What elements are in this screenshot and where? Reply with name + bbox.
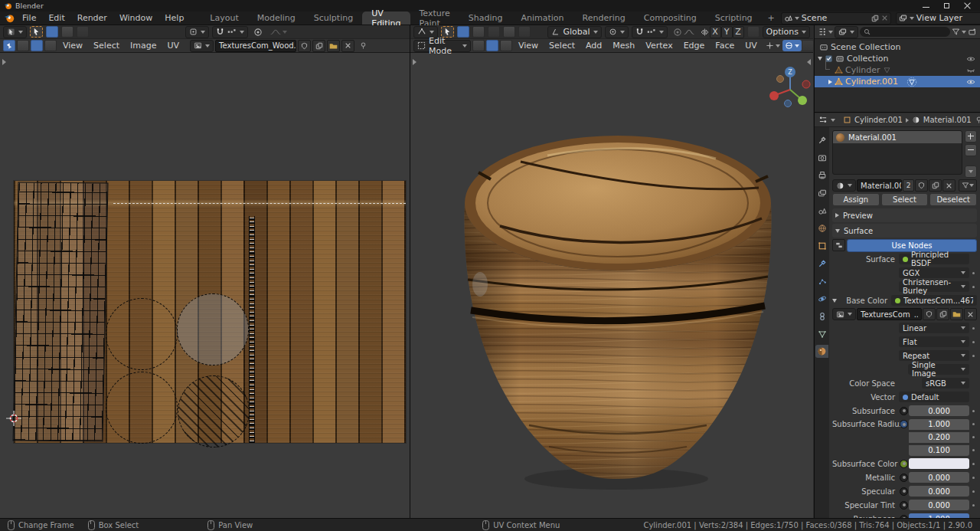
edge-select-icon[interactable]: [486, 40, 498, 51]
radius-z-field[interactable]: 0.100: [909, 445, 969, 456]
animate-decorator[interactable]: [972, 449, 975, 451]
barrel-object[interactable]: [456, 133, 777, 493]
outliner-row-collection[interactable]: Collection: [815, 53, 980, 64]
uv-island-circle-4[interactable]: [178, 375, 250, 447]
add-slot-button[interactable]: [965, 130, 977, 143]
view-layer-selector[interactable]: View Layer: [896, 12, 980, 25]
new-scene-icon[interactable]: [871, 15, 879, 22]
uv-edge-select-icon[interactable]: [31, 40, 43, 51]
view3d-menu-uv[interactable]: UV: [740, 41, 762, 51]
duplicate-material-icon[interactable]: [929, 179, 942, 192]
uv-pivot-dropdown[interactable]: [185, 26, 209, 38]
transform-orientation-dropdown[interactable]: Global: [547, 26, 601, 38]
surface-shader-field[interactable]: Principled BSDF: [899, 254, 969, 264]
show-overlays-dropdown[interactable]: [782, 40, 802, 51]
input-socket[interactable]: [899, 407, 909, 415]
gizmo-x-axis[interactable]: [769, 91, 779, 100]
uv-island-circle-3[interactable]: [106, 372, 178, 444]
animate-decorator[interactable]: [972, 355, 975, 357]
material-slot-list[interactable]: Material.001: [832, 130, 962, 175]
material-users-count[interactable]: 2: [903, 179, 914, 192]
tab-object-data[interactable]: [815, 327, 828, 340]
uv-menu-image[interactable]: Image: [126, 41, 161, 51]
disclosure-expanded-icon[interactable]: [818, 57, 822, 61]
pin-icon[interactable]: [975, 116, 980, 124]
view3d-menu-add[interactable]: Add: [581, 41, 606, 51]
animate-decorator[interactable]: [972, 436, 975, 438]
tab-scene[interactable]: [815, 204, 828, 217]
mirror-z-button[interactable]: Z: [733, 26, 744, 38]
uv-2d-cursor[interactable]: [5, 409, 23, 428]
radius-x-field[interactable]: 1.000: [909, 419, 969, 430]
projection-dropdown[interactable]: Flat: [899, 336, 969, 347]
pivot-point-dropdown[interactable]: [605, 26, 629, 38]
interpolation-dropdown[interactable]: Linear: [899, 323, 969, 333]
input-socket[interactable]: [899, 474, 909, 482]
tab-object[interactable]: [815, 239, 828, 252]
face-select-icon[interactable]: [500, 40, 512, 51]
view3d-menu-select[interactable]: Select: [544, 41, 580, 51]
add-workspace-button[interactable]: +: [762, 11, 781, 25]
eye-closed-icon[interactable]: [966, 66, 975, 75]
outliner-row-cylinder[interactable]: Cylinder: [815, 64, 980, 76]
uv-sync-selection-toggle[interactable]: [3, 40, 15, 51]
scene-selector[interactable]: Scene: [781, 12, 891, 25]
outliner-search-input[interactable]: [860, 27, 950, 37]
preview-section-header[interactable]: Preview: [832, 208, 977, 222]
texture-name-field[interactable]: TexturesCom_...re0467_1_M.jpg: [857, 308, 922, 320]
gizmo-neg-axis[interactable]: [777, 76, 784, 83]
slot-specials-button[interactable]: [965, 166, 977, 178]
options-dropdown[interactable]: Options: [763, 26, 810, 38]
outliner-display-mode-dropdown[interactable]: [835, 26, 858, 38]
tab-constraints[interactable]: [815, 310, 828, 323]
animate-decorator[interactable]: [972, 490, 975, 493]
gizmo-neg-x-axis[interactable]: [802, 80, 810, 88]
tweak-tool-button[interactable]: [30, 26, 43, 38]
duplicate-image-icon[interactable]: [312, 40, 325, 52]
mirror-x-button[interactable]: X: [710, 26, 721, 38]
radius-y-field[interactable]: 0.200: [909, 432, 969, 443]
assign-button[interactable]: Assign: [832, 193, 880, 206]
uv-island-circle-2[interactable]: [177, 293, 249, 365]
maximize-button[interactable]: [943, 2, 950, 9]
tab-compositing[interactable]: Compositing: [635, 11, 706, 25]
animate-decorator[interactable]: [972, 272, 975, 274]
select-box-subtract-icon[interactable]: [77, 26, 89, 38]
navigation-gizmo[interactable]: Z: [767, 64, 813, 110]
pin-icon[interactable]: [359, 41, 368, 50]
viewport-toolbar-toggle[interactable]: [413, 59, 416, 65]
disclosure-collapsed-icon[interactable]: [828, 80, 832, 84]
unlink-material-icon[interactable]: [942, 179, 956, 192]
snap-dropdown[interactable]: [632, 26, 668, 38]
gizmo-y-axis[interactable]: [798, 96, 807, 105]
view3d-menu-vertex[interactable]: Vertex: [641, 41, 677, 51]
animate-decorator[interactable]: [972, 341, 975, 343]
tab-animation[interactable]: Animation: [511, 11, 573, 25]
filter-icon[interactable]: [952, 28, 960, 36]
menu-help[interactable]: Help: [158, 11, 190, 25]
open-image-folder-icon[interactable]: [327, 40, 340, 52]
image-browse-dropdown[interactable]: [190, 40, 214, 52]
outliner-row-cylinder001[interactable]: Cylinder.001: [815, 76, 980, 87]
deselect-button[interactable]: Deselect: [929, 193, 977, 206]
uv-island-grid[interactable]: [12, 182, 108, 442]
view3d-menu-mesh[interactable]: Mesh: [608, 41, 639, 51]
tab-material[interactable]: [815, 345, 828, 358]
tab-layout[interactable]: Layout: [201, 11, 247, 25]
tab-shading[interactable]: Shading: [459, 11, 512, 25]
extension-dropdown[interactable]: Repeat: [899, 350, 969, 361]
use-nodes-button[interactable]: Use Nodes: [847, 239, 977, 252]
viewport-canvas[interactable]: Z: [410, 53, 813, 518]
tab-world[interactable]: [815, 221, 828, 234]
menu-edit[interactable]: Edit: [42, 11, 70, 25]
subsurface-color-swatch[interactable]: [909, 458, 969, 469]
image-name-field[interactable]: TexturesCom_Wood...: [215, 40, 296, 52]
close-button[interactable]: [964, 2, 971, 9]
uv-canvas[interactable]: [0, 53, 410, 518]
animate-decorator[interactable]: [972, 286, 975, 288]
material-name-field[interactable]: Material.001: [857, 179, 902, 192]
menu-render[interactable]: Render: [71, 11, 113, 25]
animate-decorator[interactable]: [972, 504, 975, 506]
remove-slot-button[interactable]: [965, 144, 977, 156]
uv-island-circle-1[interactable]: [106, 298, 178, 370]
